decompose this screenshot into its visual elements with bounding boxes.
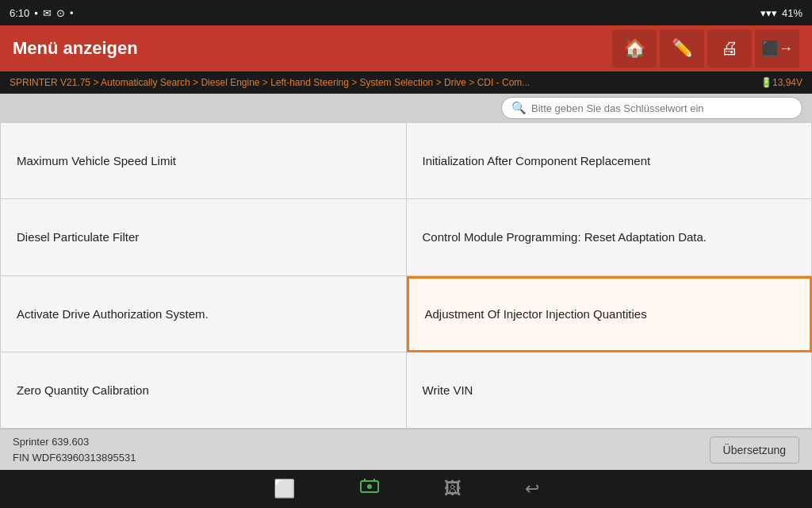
print-icon: 🖨 [721,38,738,59]
search-wrapper[interactable]: 🔍 [501,97,802,119]
menu-item-cell-6[interactable]: Adjustment Of Injector Injection Quantit… [407,276,813,352]
sim-icon: ▪ [34,7,38,19]
status-bar-left: 6:10 ▪ ✉ ⊙ • [10,7,73,19]
footer-status: Sprinter 639.603 FIN WDF63960313895531 Ü… [0,429,812,470]
search-input[interactable] [531,102,792,114]
svg-point-3 [367,484,372,489]
search-icon: 🔍 [511,101,527,115]
edit-icon: ✏️ [672,38,693,59]
nav-back-icon[interactable]: ↩ [525,479,539,499]
settings-icon: ⊙ [56,7,65,19]
status-bar-right: ▾▾▾ 41% [760,7,802,19]
menu-item-cell-7[interactable]: Zero Quantity Calibration [1,352,407,429]
battery-display: 41% [782,7,802,19]
print-button[interactable]: 🖨 [707,29,752,67]
nav-recent-icon[interactable]: ⬜ [274,479,295,499]
ubersetzung-button[interactable]: Übersetzung [710,437,799,464]
menu-item-cell-2[interactable]: Initialization After Component Replaceme… [407,123,813,199]
edit-button[interactable]: ✏️ [660,29,704,67]
menu-grid: Maximum Vehicle Speed LimitInitializatio… [0,122,812,429]
exit-icon: ⬛→ [761,40,793,57]
search-bar: 🔍 [0,94,812,122]
menu-item-cell-1[interactable]: Maximum Vehicle Speed Limit [1,123,407,199]
toolbar: Menü anzeigen 🏠 ✏️ 🖨 ⬛→ [0,25,812,71]
menu-item-cell-3[interactable]: Diesel Particulate Filter [1,199,407,275]
home-icon: 🏠 [624,38,645,59]
main-wrapper: Menü anzeigen 🏠 ✏️ 🖨 ⬛→ SPRINTER V21.75 … [0,25,812,470]
breadcrumb-bar: SPRINTER V21.75 > Automatically Search >… [0,71,812,94]
nav-vci-icon[interactable] [358,475,381,502]
wifi-icon: ▾▾▾ [760,7,777,19]
battery-voltage: 🔋13,94V [760,77,802,88]
exit-button[interactable]: ⬛→ [755,29,799,67]
menu-item-cell-5[interactable]: Activate Drive Authorization System. [1,276,407,352]
menu-item-cell-8[interactable]: Write VIN [407,352,813,429]
menu-item-cell-4[interactable]: Control Module Programming: Reset Adapta… [407,199,813,275]
time-display: 6:10 [10,7,29,19]
mail-icon: ✉ [43,7,52,19]
home-button[interactable]: 🏠 [612,29,657,67]
status-bar: 6:10 ▪ ✉ ⊙ • ▾▾▾ 41% [0,0,812,25]
nav-gallery-icon[interactable]: 🖼 [444,479,462,499]
dot-icon: • [70,7,74,19]
bottom-nav: ⬜ 🖼 ↩ [0,470,812,508]
device-info: Sprinter 639.603 FIN WDF63960313895531 [13,434,136,465]
toolbar-title: Menü anzeigen [13,38,138,59]
toolbar-icons: 🏠 ✏️ 🖨 ⬛→ [612,29,799,67]
device-line1: Sprinter 639.603 [13,434,136,450]
breadcrumb-text: SPRINTER V21.75 > Automatically Search >… [10,77,530,88]
device-line2: FIN WDF63960313895531 [13,450,136,466]
